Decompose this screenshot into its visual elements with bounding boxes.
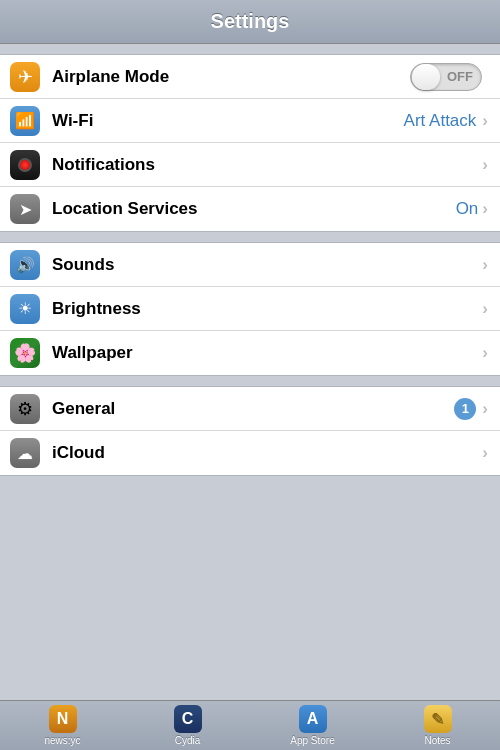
general-chevron: ›: [482, 399, 488, 419]
settings-row-location[interactable]: ➤ Location Services On ›: [0, 187, 500, 231]
cydia-tab-label: Cydia: [175, 735, 201, 746]
appstore-tab-icon: A: [299, 705, 327, 733]
settings-row-notifications[interactable]: Notifications ›: [0, 143, 500, 187]
settings-list-1: ✈ Airplane Mode OFF 📶 Wi-Fi Art Attack ›: [0, 54, 500, 232]
airplane-icon: ✈: [10, 62, 40, 92]
settings-row-airplane[interactable]: ✈ Airplane Mode OFF: [0, 55, 500, 99]
news-tab-label: news:yc: [44, 735, 80, 746]
wifi-icon: 📶: [10, 106, 40, 136]
sounds-icon: 🔊: [10, 250, 40, 280]
wallpaper-chevron: ›: [482, 343, 488, 363]
settings-row-icloud[interactable]: ☁ iCloud ›: [0, 431, 500, 475]
wallpaper-icon: 🌸: [10, 338, 40, 368]
location-icon: ➤: [10, 194, 40, 224]
sounds-label: Sounds: [52, 255, 482, 275]
settings-group-2: 🔊 Sounds › ☀ Brightness › 🌸 Wallpaper ›: [0, 242, 500, 376]
settings-row-general[interactable]: ⚙ General 1 ›: [0, 387, 500, 431]
tab-bar: N news:yc C Cydia A App Store ✎ Notes: [0, 700, 500, 750]
settings-row-sounds[interactable]: 🔊 Sounds ›: [0, 243, 500, 287]
general-icon: ⚙: [10, 394, 40, 424]
appstore-tab-label: App Store: [290, 735, 334, 746]
cydia-tab-icon: C: [174, 705, 202, 733]
wallpaper-label: Wallpaper: [52, 343, 482, 363]
tab-item-appstore[interactable]: A App Store: [250, 701, 375, 750]
location-value: On: [456, 199, 479, 219]
wifi-label: Wi-Fi: [52, 111, 404, 131]
toggle-thumb: [412, 64, 440, 90]
notifications-label: Notifications: [52, 155, 482, 175]
settings-row-brightness[interactable]: ☀ Brightness ›: [0, 287, 500, 331]
settings-list-3: ⚙ General 1 › ☁ iCloud ›: [0, 386, 500, 476]
settings-row-wallpaper[interactable]: 🌸 Wallpaper ›: [0, 331, 500, 375]
icloud-icon: ☁: [10, 438, 40, 468]
brightness-icon: ☀: [10, 294, 40, 324]
location-chevron: ›: [482, 199, 488, 219]
settings-list-2: 🔊 Sounds › ☀ Brightness › 🌸 Wallpaper ›: [0, 242, 500, 376]
tab-item-cydia[interactable]: C Cydia: [125, 701, 250, 750]
icloud-label: iCloud: [52, 443, 482, 463]
toggle-label: OFF: [447, 69, 473, 84]
sounds-chevron: ›: [482, 255, 488, 275]
icloud-chevron: ›: [482, 443, 488, 463]
settings-group-3: ⚙ General 1 › ☁ iCloud ›: [0, 386, 500, 476]
notes-tab-icon: ✎: [424, 705, 452, 733]
brightness-chevron: ›: [482, 299, 488, 319]
settings-content: ✈ Airplane Mode OFF 📶 Wi-Fi Art Attack ›: [0, 44, 500, 700]
navigation-bar: Settings: [0, 0, 500, 44]
general-badge: 1: [454, 398, 476, 420]
airplane-label: Airplane Mode: [52, 67, 410, 87]
notifications-chevron: ›: [482, 155, 488, 175]
tab-item-news[interactable]: N news:yc: [0, 701, 125, 750]
page-title: Settings: [211, 10, 290, 33]
news-tab-icon: N: [49, 705, 77, 733]
notifications-icon: [10, 150, 40, 180]
location-label: Location Services: [52, 199, 456, 219]
tab-item-notes[interactable]: ✎ Notes: [375, 701, 500, 750]
wifi-chevron: ›: [482, 111, 488, 131]
notes-tab-label: Notes: [424, 735, 450, 746]
settings-row-wifi[interactable]: 📶 Wi-Fi Art Attack ›: [0, 99, 500, 143]
brightness-label: Brightness: [52, 299, 482, 319]
general-label: General: [52, 399, 454, 419]
airplane-toggle[interactable]: OFF: [410, 63, 482, 91]
settings-group-1: ✈ Airplane Mode OFF 📶 Wi-Fi Art Attack ›: [0, 54, 500, 232]
wifi-network-value: Art Attack: [404, 111, 477, 131]
